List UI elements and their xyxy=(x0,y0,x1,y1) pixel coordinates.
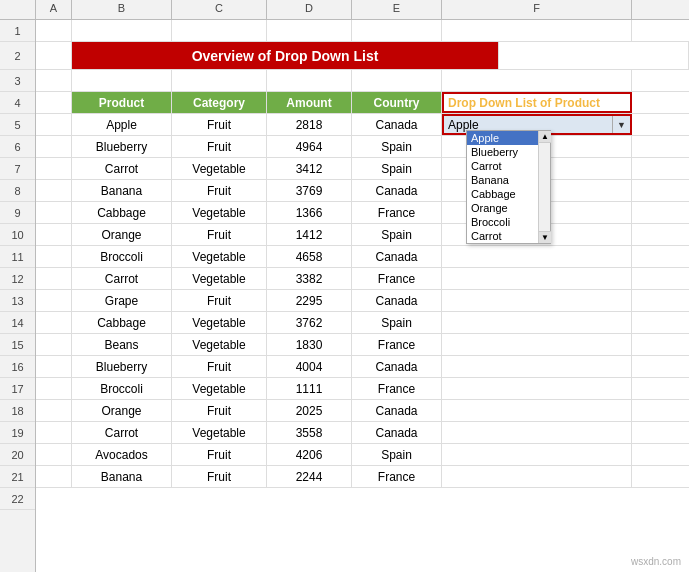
r15-product: Beans xyxy=(72,334,172,355)
r20-country: Spain xyxy=(352,444,442,465)
row-11: Broccoli Vegetable 4658 Canada xyxy=(36,246,689,268)
row-4: Product Category Amount Country Drop Dow… xyxy=(36,92,689,114)
r10-amount: 1412 xyxy=(267,224,352,245)
row-num-19: 19 xyxy=(0,422,35,444)
grid-area: Overview of Drop Down List Product Categ… xyxy=(36,20,689,572)
r9-product: Cabbage xyxy=(72,202,172,223)
r14-amount: 3762 xyxy=(267,312,352,333)
dropdown-item-0[interactable]: Apple xyxy=(467,131,541,145)
r21-a xyxy=(36,466,72,487)
row-num-16: 16 xyxy=(0,356,35,378)
column-header-row: A B C D E F xyxy=(0,0,689,20)
r9-country: France xyxy=(352,202,442,223)
dropdown-popup[interactable]: AppleBlueberryCarrotBananaCabbageOrangeB… xyxy=(466,130,551,244)
r1-c xyxy=(172,20,267,41)
row-num-13: 13 xyxy=(0,290,35,312)
dropdown-item-4[interactable]: Cabbage xyxy=(467,187,541,201)
dropdown-item-2[interactable]: Carrot xyxy=(467,159,541,173)
scrollbar-up-button[interactable]: ▲ xyxy=(539,131,551,143)
r18-amount: 2025 xyxy=(267,400,352,421)
header-amount: Amount xyxy=(267,92,352,113)
dropdown-arrow-button[interactable]: ▼ xyxy=(612,116,630,133)
row-13: Grape Fruit 2295 Canada xyxy=(36,290,689,312)
dropdown-scrollbar[interactable]: ▲ ▼ xyxy=(538,131,550,243)
scrollbar-down-button[interactable]: ▼ xyxy=(539,231,551,243)
r2-a xyxy=(36,42,72,69)
dropdown-item-1[interactable]: Blueberry xyxy=(467,145,541,159)
row-2: Overview of Drop Down List xyxy=(36,42,689,70)
r18-country: Canada xyxy=(352,400,442,421)
row-num-10: 10 xyxy=(0,224,35,246)
row-10: Orange Fruit 1412 Spain xyxy=(36,224,689,246)
r11-amount: 4658 xyxy=(267,246,352,267)
r11-country: Canada xyxy=(352,246,442,267)
row-6: Blueberry Fruit 4964 Spain xyxy=(36,136,689,158)
r21-product: Banana xyxy=(72,466,172,487)
r5-country: Canada xyxy=(352,114,442,135)
r21-category: Fruit xyxy=(172,466,267,487)
r15-a xyxy=(36,334,72,355)
header-category: Category xyxy=(172,92,267,113)
r10-a xyxy=(36,224,72,245)
dropdown-item-3[interactable]: Banana xyxy=(467,173,541,187)
title-cell: Overview of Drop Down List xyxy=(72,42,499,69)
r16-country: Canada xyxy=(352,356,442,377)
r6-a xyxy=(36,136,72,157)
r10-product: Orange xyxy=(72,224,172,245)
r11-f xyxy=(442,246,632,267)
r17-amount: 1111 xyxy=(267,378,352,399)
r16-product: Blueberry xyxy=(72,356,172,377)
r3-d xyxy=(267,70,352,91)
r7-amount: 3412 xyxy=(267,158,352,179)
r12-product: Carrot xyxy=(72,268,172,289)
row-numbers: 12345678910111213141516171819202122 xyxy=(0,20,36,572)
row-num-18: 18 xyxy=(0,400,35,422)
row-num-9: 9 xyxy=(0,202,35,224)
r7-product: Carrot xyxy=(72,158,172,179)
spreadsheet: A B C D E F 1234567891011121314151617181… xyxy=(0,0,689,572)
col-header-c: C xyxy=(172,0,267,19)
r14-a xyxy=(36,312,72,333)
r14-product: Cabbage xyxy=(72,312,172,333)
r3-f xyxy=(442,70,632,91)
dropdown-item-5[interactable]: Orange xyxy=(467,201,541,215)
row-num-15: 15 xyxy=(0,334,35,356)
r12-country: France xyxy=(352,268,442,289)
r1-b xyxy=(72,20,172,41)
r15-amount: 1830 xyxy=(267,334,352,355)
row-7: Carrot Vegetable 3412 Spain xyxy=(36,158,689,180)
row-5: Apple Fruit 2818 Canada Apple ▼ xyxy=(36,114,689,136)
r20-amount: 4206 xyxy=(267,444,352,465)
r14-f xyxy=(442,312,632,333)
r16-amount: 4004 xyxy=(267,356,352,377)
r12-category: Vegetable xyxy=(172,268,267,289)
dropdown-item-6[interactable]: Broccoli xyxy=(467,215,541,229)
row-num-21: 21 xyxy=(0,466,35,488)
r18-category: Fruit xyxy=(172,400,267,421)
r17-country: France xyxy=(352,378,442,399)
col-header-e: E xyxy=(352,0,442,19)
r5-a xyxy=(36,114,72,135)
r8-amount: 3769 xyxy=(267,180,352,201)
row-num-2: 2 xyxy=(0,42,35,70)
dropdown-item-7[interactable]: Carrot xyxy=(467,229,541,243)
col-header-a: A xyxy=(36,0,72,19)
row-num-12: 12 xyxy=(0,268,35,290)
r3-a xyxy=(36,70,72,91)
r18-a xyxy=(36,400,72,421)
r6-category: Fruit xyxy=(172,136,267,157)
r5-amount: 2818 xyxy=(267,114,352,135)
r8-a xyxy=(36,180,72,201)
r9-category: Vegetable xyxy=(172,202,267,223)
r16-f xyxy=(442,356,632,377)
r19-category: Vegetable xyxy=(172,422,267,443)
row-num-22: 22 xyxy=(0,488,35,510)
r5-product: Apple xyxy=(72,114,172,135)
r11-a xyxy=(36,246,72,267)
r16-a xyxy=(36,356,72,377)
r13-product: Grape xyxy=(72,290,172,311)
r15-country: France xyxy=(352,334,442,355)
watermark: wsxdn.com xyxy=(631,556,681,567)
header-dropdown-label: Drop Down List of Product xyxy=(442,92,632,113)
r18-f xyxy=(442,400,632,421)
